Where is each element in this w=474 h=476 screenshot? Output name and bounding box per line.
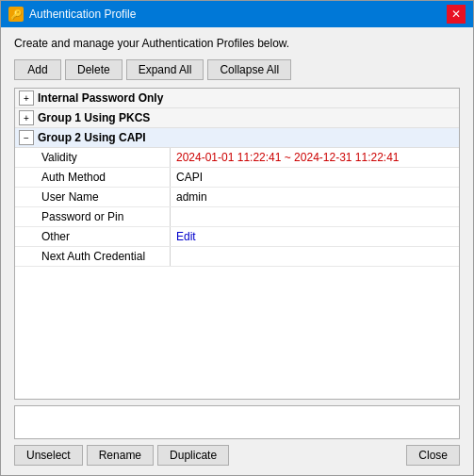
- close-button[interactable]: Close: [406, 445, 460, 466]
- dialog-title: Authentication Profile: [29, 8, 136, 21]
- detail-label-other: Other: [15, 227, 171, 246]
- profile-tree[interactable]: + Internal Password Only + Group 1 Using…: [14, 88, 460, 400]
- expand-all-button[interactable]: Expand All: [126, 59, 204, 80]
- title-bar: 🔑 Authentication Profile ✕: [1, 1, 473, 27]
- detail-label-password: Password or Pin: [15, 207, 171, 226]
- group-label-pkcs: Group 1 Using PKCS: [38, 111, 150, 124]
- detail-value-username: admin: [171, 188, 459, 206]
- bottom-left-buttons: Unselect Rename Duplicate: [14, 445, 229, 466]
- group-label-internal: Internal Password Only: [38, 91, 163, 105]
- description-text: Create and manage your Authentication Pr…: [14, 37, 460, 50]
- toolbar: Add Delete Expand All Collapse All: [14, 59, 460, 80]
- detail-value-password: [171, 207, 459, 226]
- detail-row-password: Password or Pin: [15, 207, 459, 227]
- detail-value-authmethod: CAPI: [171, 168, 459, 187]
- window-close-button[interactable]: ✕: [447, 5, 466, 24]
- group-row-pkcs[interactable]: + Group 1 Using PKCS: [15, 108, 459, 128]
- collapse-all-button[interactable]: Collapse All: [207, 59, 291, 80]
- detail-row-username: User Name admin: [15, 188, 459, 207]
- dialog-window: 🔑 Authentication Profile ✕ Create and ma…: [0, 0, 474, 476]
- expand-icon-pkcs[interactable]: +: [19, 110, 34, 125]
- group-row-capi[interactable]: − Group 2 Using CAPI: [15, 128, 459, 148]
- detail-label-validity: Validity: [15, 148, 171, 167]
- status-area: [14, 405, 460, 439]
- group-label-capi: Group 2 Using CAPI: [38, 131, 146, 144]
- detail-row-validity: Validity 2024-01-01 11:22:41 ~ 2024-12-3…: [15, 148, 459, 168]
- delete-button[interactable]: Delete: [65, 59, 123, 80]
- unselect-button[interactable]: Unselect: [14, 445, 83, 466]
- expand-icon-internal[interactable]: +: [19, 90, 34, 106]
- duplicate-button[interactable]: Duplicate: [157, 445, 229, 466]
- dialog-icon: 🔑: [8, 7, 24, 22]
- detail-value-nextauth: [171, 247, 459, 266]
- bottom-toolbar: Unselect Rename Duplicate Close: [14, 445, 460, 466]
- rename-button[interactable]: Rename: [87, 445, 154, 466]
- detail-row-nextauth: Next Auth Credential: [15, 247, 459, 267]
- detail-label-authmethod: Auth Method: [15, 168, 171, 187]
- dialog-body: Create and manage your Authentication Pr…: [1, 27, 473, 475]
- detail-value-other[interactable]: Edit: [171, 227, 459, 246]
- group-row-internal[interactable]: + Internal Password Only: [15, 89, 459, 108]
- add-button[interactable]: Add: [14, 59, 61, 80]
- title-bar-left: 🔑 Authentication Profile: [8, 7, 136, 22]
- expand-icon-capi[interactable]: −: [19, 130, 34, 145]
- detail-value-validity: 2024-01-01 11:22:41 ~ 2024-12-31 11:22:4…: [171, 148, 459, 167]
- detail-row-authmethod: Auth Method CAPI: [15, 168, 459, 188]
- detail-row-other: Other Edit: [15, 227, 459, 247]
- detail-label-nextauth: Next Auth Credential: [15, 247, 171, 266]
- detail-label-username: User Name: [15, 188, 171, 206]
